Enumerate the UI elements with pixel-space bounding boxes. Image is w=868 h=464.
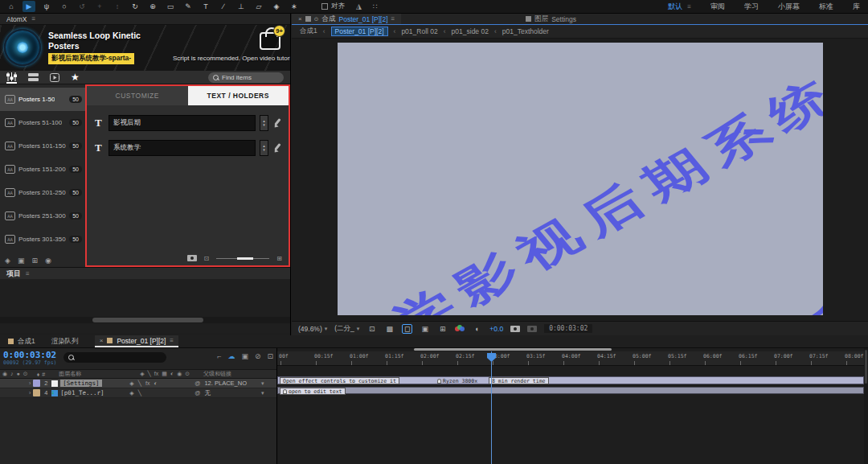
- lock-icon[interactable]: ⊙: [314, 16, 319, 23]
- flow-item-4[interactable]: p01_side 02: [452, 27, 489, 35]
- frame-blend-icon[interactable]: ▦: [162, 371, 167, 377]
- customize-sliders-icon[interactable]: [6, 72, 17, 84]
- layer-name[interactable]: [Settings]: [51, 380, 127, 387]
- effects-icon[interactable]: ╲: [148, 371, 151, 377]
- atomx-panel-header[interactable]: AtomX ≡: [0, 14, 290, 25]
- expand-arrow-icon[interactable]: ›: [29, 380, 31, 386]
- flow-item-5[interactable]: p01_Textholder: [502, 27, 549, 35]
- workspace-1[interactable]: 默认: [668, 2, 682, 12]
- motion-blur-icon[interactable]: ⊡: [267, 352, 273, 360]
- preview-icon[interactable]: ▣: [18, 257, 25, 265]
- panel-menu-icon[interactable]: ≡: [32, 15, 36, 23]
- project-hscrollbar[interactable]: [0, 317, 290, 323]
- exposure-icon[interactable]: ◐: [472, 324, 482, 334]
- dolly-camera-tool[interactable]: ↕: [111, 1, 124, 12]
- grid-view-icon[interactable]: ⊞: [31, 257, 38, 265]
- time-ruler[interactable]: 00f00:15f01:00f01:15f02:00f02:15f03:00f0…: [277, 351, 868, 366]
- type-tool[interactable]: T: [199, 1, 212, 12]
- workspace-menu-icon[interactable]: ≡: [687, 3, 691, 10]
- home-tool[interactable]: ⌂: [5, 1, 18, 12]
- tab-composition[interactable]: × ⊙ 合成 Poster_01 [P][2] ≡: [292, 14, 401, 24]
- transparency-grid-icon[interactable]: ▩: [384, 324, 395, 334]
- workspace-3[interactable]: 学习: [744, 2, 759, 12]
- rulers-icon[interactable]: ⊞: [437, 324, 448, 334]
- take-snapshot-icon[interactable]: [510, 326, 520, 332]
- banner-note[interactable]: Script is recommended. Open video tutori…: [173, 55, 290, 62]
- guides-icon[interactable]: ▣: [420, 324, 430, 334]
- selection-tool[interactable]: ▶: [23, 1, 35, 12]
- align-control[interactable]: 对齐: [321, 2, 345, 11]
- expand-arrow-icon[interactable]: ›: [29, 390, 31, 396]
- frame-blending-icon[interactable]: ⊘: [255, 352, 261, 360]
- flow-item-2[interactable]: Poster_01 [P][2]: [331, 27, 388, 36]
- panel-menu-icon[interactable]: ≡: [170, 337, 174, 344]
- timeline-search[interactable]: [63, 352, 166, 363]
- current-time-display[interactable]: 0:00:03:02 00092 (29.97 fps): [3, 351, 57, 366]
- switch-icon[interactable]: ╲: [138, 390, 141, 396]
- project-panel-header[interactable]: 项目 ≡: [0, 268, 290, 279]
- layer-row-4[interactable]: ›4‡[p01_Te...r]◈╲@无▾: [0, 388, 276, 398]
- exposure-value[interactable]: +0.0: [489, 325, 503, 333]
- sidebar-item-posters-6[interactable]: AAPosters 251-30050: [0, 204, 85, 228]
- layer-label-chip[interactable]: [33, 389, 40, 396]
- layer-bar-text[interactable]: open to edit text: [277, 387, 864, 394]
- timeline-tab-3[interactable]: ×Poster_01 [P][2]≡: [95, 335, 178, 347]
- solo-icon[interactable]: ●: [17, 371, 20, 377]
- hand-tool[interactable]: ψ: [40, 1, 53, 12]
- value-stepper[interactable]: ▴▾: [260, 115, 268, 131]
- project-hscrollbar-thumb[interactable]: [92, 318, 203, 322]
- pan-behind-tool[interactable]: ⊕: [146, 1, 159, 12]
- layer-bar-settings[interactable]: Open effect controls to customize itRyze…: [277, 376, 864, 384]
- timeline-timecode[interactable]: 0:00:03:02: [3, 351, 57, 359]
- flow-item-1[interactable]: 合成1: [300, 27, 317, 36]
- shy-layers-icon[interactable]: ▣: [241, 352, 248, 360]
- video-tutorial-icon[interactable]: [50, 72, 59, 84]
- switch-icon[interactable]: ◈: [129, 390, 133, 396]
- 3d-icon[interactable]: ⊙: [185, 371, 190, 377]
- rectangle-tool[interactable]: ▭: [164, 1, 177, 12]
- sidebar-item-posters-7[interactable]: AAPosters 301-35050: [0, 228, 85, 251]
- switch-icon[interactable]: ╲: [138, 380, 141, 387]
- layer-marker[interactable]: open to edit text: [280, 388, 346, 395]
- edit-pencil-icon[interactable]: [272, 118, 282, 128]
- workspace-6[interactable]: 库: [853, 2, 860, 12]
- mini-flowchart-icon[interactable]: ⌐: [217, 352, 221, 360]
- tab-text-holders[interactable]: TEXT / HOLDERS: [188, 86, 289, 105]
- favorites-star-icon[interactable]: ★: [71, 72, 80, 84]
- adjustment-icon[interactable]: ◉: [177, 371, 182, 377]
- region-of-interest-icon[interactable]: ⊡: [366, 324, 377, 334]
- align-checkbox[interactable]: [321, 3, 328, 10]
- show-snapshot-icon[interactable]: [527, 326, 537, 332]
- sidebar-item-posters-5[interactable]: AAPosters 201-25050: [0, 181, 85, 204]
- timeline-tab-1[interactable]: 合成1: [8, 335, 35, 347]
- layer-name[interactable]: ‡[p01_Te...r]: [51, 389, 127, 396]
- composition-canvas[interactable]: 影视后期系统教学影视后期系统教学影视后期系统教学影视后期系统教学影视后期系统教学…: [338, 43, 823, 315]
- zoom-slider[interactable]: [216, 258, 269, 259]
- layer-name-header[interactable]: 图层名称: [59, 370, 136, 378]
- timeline-tab-2[interactable]: 渲染队列: [51, 335, 79, 347]
- stamp-tool[interactable]: ⊥: [235, 1, 248, 12]
- visibility-icon[interactable]: ◉: [45, 257, 51, 265]
- grid-options-icon[interactable]: ∷: [373, 2, 378, 10]
- close-icon[interactable]: ×: [100, 337, 104, 344]
- switch-icon[interactable]: fx: [145, 380, 149, 387]
- layer-label-chip[interactable]: [33, 380, 40, 387]
- layer-marker[interactable]: Ryzen 3800x: [437, 377, 477, 384]
- brush-tool[interactable]: ∕: [217, 1, 230, 12]
- switch-icon[interactable]: ◐: [154, 380, 157, 387]
- sidebar-item-posters-4[interactable]: AAPosters 151-20050: [0, 158, 85, 181]
- parent-pickwhip-icon[interactable]: @: [194, 390, 200, 396]
- panel-menu-icon[interactable]: ≡: [26, 270, 30, 277]
- edit-pencil-icon[interactable]: [272, 143, 282, 153]
- sidebar-item-posters-3[interactable]: AAPosters 101-15050: [0, 134, 85, 158]
- pen-tool[interactable]: ✎: [182, 1, 194, 12]
- workspace-2[interactable]: 审阅: [710, 2, 725, 12]
- text-holder-input-1[interactable]: 影视后期: [108, 115, 256, 131]
- share-icon[interactable]: ◮: [356, 2, 362, 10]
- timeline-vscrollbar[interactable]: [864, 348, 868, 464]
- panel-menu-icon[interactable]: ≡: [391, 15, 395, 23]
- find-items-search[interactable]: Find items: [208, 72, 284, 83]
- audio-icon[interactable]: ♪: [10, 371, 14, 377]
- parent-dropdown[interactable]: 无▾: [204, 389, 267, 397]
- effects-icon[interactable]: ◈: [5, 257, 10, 265]
